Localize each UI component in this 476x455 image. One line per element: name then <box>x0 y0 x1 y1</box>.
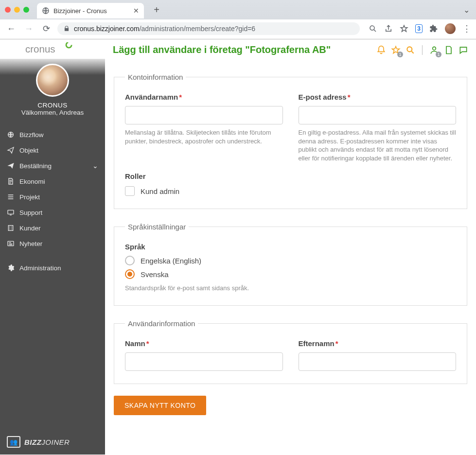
option-english-label: Engelska (English) <box>141 257 201 265</box>
sidebar-item-support[interactable]: Support <box>0 205 105 220</box>
legend-userinfo: Användarinformation <box>125 319 198 328</box>
firstname-input[interactable] <box>125 352 283 371</box>
email-help: En giltig e-postadress. Alla mail från s… <box>299 128 457 162</box>
fieldset-userinfo: Användarinformation Namn* Efternamn* <box>114 319 467 384</box>
extension-badge[interactable]: 3 <box>415 24 423 33</box>
window-controls <box>5 7 29 13</box>
bizzjoiner-icon: 👥 <box>7 436 20 448</box>
firstname-label: Namn* <box>125 339 283 348</box>
email-input[interactable] <box>299 106 457 124</box>
fieldset-account: Kontoinformation Användarnamn* Mellansla… <box>114 73 467 209</box>
sidebar-item-kunder[interactable]: Kunder <box>0 220 105 236</box>
sidebar-item-label: Projekt <box>19 193 40 201</box>
profile-block: CRONUS Välkommen, Andreas <box>0 59 105 124</box>
tab-title: Bizzjoiner - Cronus <box>53 7 129 15</box>
footer-brand: 👥 BIZZJOINER <box>0 429 105 455</box>
username-help: Mellanslag är tillåtna. Skiljetecken til… <box>125 128 283 145</box>
separator <box>422 45 423 55</box>
sidebar-menu: Bizzflow Objekt Beställning⌄ Ekonomi Pro… <box>0 127 105 276</box>
tab-list-chevron-icon[interactable]: ⌄ <box>461 5 471 15</box>
sidebar-item-label: Kunder <box>19 225 41 232</box>
sidebar-item-objekt[interactable]: Objekt <box>0 142 105 158</box>
user-icon[interactable]: 1 <box>429 45 439 55</box>
lock-icon <box>63 25 70 32</box>
sidebar: cronus CRONUS Välkommen, Andreas Bizzflo… <box>0 39 105 455</box>
sidebar-item-label: Bizzflow <box>19 131 44 139</box>
globe-icon <box>42 7 50 15</box>
profile-avatar-icon[interactable] <box>445 23 456 34</box>
language-help: Standardspråk för e-post samt sidans spr… <box>125 284 456 293</box>
browser-tab[interactable]: Bizzjoiner - Cronus ✕ <box>37 3 144 18</box>
username-input[interactable] <box>125 106 283 124</box>
close-tab-icon[interactable]: ✕ <box>133 7 139 15</box>
document-icon <box>7 177 15 185</box>
user-badge: 1 <box>436 52 441 57</box>
extensions-puzzle-icon[interactable] <box>429 24 438 33</box>
address-bar[interactable]: cronus.bizzjoiner.com/administration/mem… <box>57 22 360 35</box>
svg-rect-5 <box>8 210 14 214</box>
svg-point-3 <box>66 42 71 48</box>
svg-point-1 <box>370 26 374 30</box>
bell-icon[interactable] <box>376 45 386 55</box>
sidebar-item-bizzflow[interactable]: Bizzflow <box>0 127 105 142</box>
role-kund-admin-checkbox[interactable] <box>125 186 135 196</box>
reload-button[interactable]: ⟳ <box>40 23 53 34</box>
share-icon[interactable] <box>384 24 393 33</box>
kebab-menu-icon[interactable]: ⋮ <box>462 23 471 34</box>
sidebar-item-label: Nyheter <box>19 240 42 247</box>
list-icon <box>7 193 15 201</box>
svg-rect-6 <box>8 226 13 231</box>
org-name: CRONUS <box>0 102 105 109</box>
svg-text:cronus: cronus <box>25 43 55 54</box>
radio-english[interactable] <box>125 256 135 265</box>
close-window[interactable] <box>5 7 11 13</box>
sidebar-item-nyheter[interactable]: Nyheter <box>0 236 105 251</box>
sidebar-item-ekonomi[interactable]: Ekonomi <box>0 174 105 189</box>
lastname-input[interactable] <box>299 352 457 371</box>
new-tab-button[interactable]: + <box>150 3 163 17</box>
bookmark-star-icon[interactable] <box>400 24 408 33</box>
radio-swedish[interactable] <box>125 269 135 279</box>
gear-icon <box>7 264 15 272</box>
roles-label: Roller <box>125 172 456 180</box>
star-badge: 1 <box>397 52 403 57</box>
language-label: Språk <box>125 243 456 251</box>
search-icon[interactable] <box>405 45 415 55</box>
minimize-window[interactable] <box>14 7 20 13</box>
chat-icon[interactable] <box>458 45 468 55</box>
chevron-down-icon: ⌄ <box>92 162 98 170</box>
sidebar-item-label: Beställning <box>19 162 52 170</box>
page-title: Lägg till användare i företag "Fotografe… <box>113 44 331 55</box>
sidebar-item-bestallning[interactable]: Beställning⌄ <box>0 158 105 174</box>
logo-area: cronus <box>0 39 105 59</box>
zoom-icon[interactable] <box>369 24 377 33</box>
sidebar-item-label: Ekonomi <box>19 178 45 185</box>
welcome-text: Välkommen, Andreas <box>0 109 105 116</box>
user-avatar[interactable] <box>36 64 69 97</box>
browser-chrome: Bizzjoiner - Cronus ✕ + ⌄ ← → ⟳ cronus.b… <box>0 0 476 39</box>
globe-icon <box>7 131 15 139</box>
building-icon <box>7 224 15 232</box>
cronus-logo: cronus <box>25 42 80 56</box>
sidebar-item-administration[interactable]: Administration <box>0 260 105 276</box>
screen-icon <box>7 209 15 216</box>
option-swedish-label: Svenska <box>141 270 169 279</box>
legend-language: Språkinställningar <box>125 223 189 231</box>
news-icon <box>7 240 15 247</box>
maximize-window[interactable] <box>23 7 29 13</box>
sidebar-item-projekt[interactable]: Projekt <box>0 189 105 205</box>
fieldset-language: Språkinställningar Språk Engelska (Engli… <box>114 223 467 306</box>
main-content: Lägg till användare i företag "Fotografe… <box>105 39 476 455</box>
email-label: E-post adress* <box>299 93 457 101</box>
send-icon <box>7 146 15 154</box>
sidebar-item-label: Administration <box>19 264 61 272</box>
paper-plane-icon <box>7 162 15 170</box>
svg-point-9 <box>433 47 436 50</box>
forward-button[interactable]: → <box>22 24 35 34</box>
username-label: Användarnamn* <box>125 93 283 101</box>
favorite-star-icon[interactable]: 1 <box>391 45 401 55</box>
back-button[interactable]: ← <box>5 24 18 34</box>
page-icon[interactable] <box>444 45 454 55</box>
sidebar-item-label: Support <box>19 209 42 216</box>
create-account-button[interactable]: SKAPA NYTT KONTO <box>114 396 206 415</box>
